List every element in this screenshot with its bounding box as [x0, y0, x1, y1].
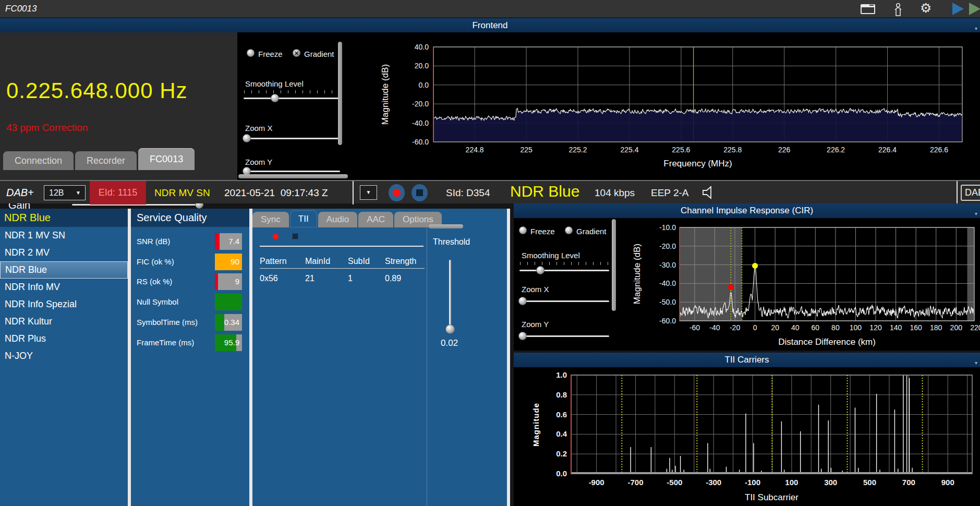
- table-row[interactable]: 0x562110.89: [260, 274, 427, 283]
- table-header-row: PatternMainIdSubIdStrength: [260, 257, 427, 266]
- spectrum-zoomx-thumb[interactable]: [243, 134, 251, 142]
- svg-text:160: 160: [910, 323, 922, 332]
- cir-header: Channel Impulse Response (CIR) ▾: [514, 203, 980, 218]
- threshold-scrollbar-handle[interactable]: [429, 224, 463, 228]
- audio-dropdown-button[interactable]: ▼: [360, 185, 377, 200]
- spectrum-smoothing-slider[interactable]: [244, 98, 340, 99]
- spectrum-gradient-radio[interactable]: [293, 49, 300, 57]
- svg-text:Distance Difference (km): Distance Difference (km): [778, 337, 876, 347]
- svg-text:120: 120: [869, 323, 882, 332]
- tii-active-indicator: [273, 234, 279, 239]
- tuner-panel: 0.225.648.000 Hz 43 ppm Correction Conne…: [0, 32, 237, 180]
- spectrum-chart[interactable]: 224.8225225.2225.4225.6225.8226226.2226.…: [350, 32, 980, 180]
- threshold-value: 0.02: [441, 338, 458, 348]
- channel-select[interactable]: 12B ▼: [44, 185, 86, 200]
- list-item[interactable]: NDR Info Spezial: [0, 296, 128, 313]
- window-icon[interactable]: [861, 4, 875, 14]
- tuner-tab-row: ConnectionRecorderFC0013: [3, 148, 196, 170]
- dab-badge-separator: [957, 181, 958, 204]
- svg-text:200: 200: [950, 323, 963, 332]
- quality-row: SNR (dB)7.4: [131, 233, 249, 250]
- threshold-slider-thumb[interactable]: [445, 324, 455, 334]
- quality-bar: [215, 294, 242, 310]
- play-green-icon[interactable]: [969, 3, 980, 15]
- list-item[interactable]: NDR Kultur: [0, 313, 128, 330]
- list-item[interactable]: NDR 1 MV SN: [0, 227, 128, 244]
- table-cell: 0x56: [260, 274, 305, 283]
- tab-aac[interactable]: AAC: [358, 212, 393, 227]
- tab-fc0013[interactable]: FC0013: [138, 148, 195, 170]
- svg-text:20.0: 20.0: [415, 62, 429, 70]
- threshold-divider: [427, 227, 427, 506]
- window-title: FC0013: [5, 4, 37, 14]
- quality-row: FrameTime (ms)95.9: [131, 334, 249, 351]
- controls-scrollbar-handle[interactable]: [238, 174, 348, 178]
- service-list: NDR 1 MV SNNDR 2 MVNDR BlueNDR Info MVND…: [0, 227, 128, 365]
- list-item[interactable]: NDR 2 MV: [0, 244, 128, 261]
- gear-icon[interactable]: ⚙: [920, 1, 931, 16]
- tab-tii[interactable]: TII: [290, 210, 317, 227]
- svg-text:-500: -500: [667, 478, 682, 487]
- cir-title: Channel Impulse Response (CIR): [681, 206, 813, 215]
- svg-text:40: 40: [791, 323, 800, 332]
- threshold-slider[interactable]: [449, 260, 451, 332]
- quality-bar: 9: [215, 273, 242, 290]
- tii-collision-indicator[interactable]: [292, 233, 298, 239]
- quality-value: 90: [231, 257, 239, 266]
- smoothing-ticks: [244, 90, 341, 93]
- info-icon[interactable]: [893, 3, 903, 18]
- cir-panel: Freeze Gradient Smoothing Level Zoom X Z…: [514, 218, 980, 351]
- table-header-underline: [260, 268, 425, 269]
- speaker-icon[interactable]: [701, 186, 716, 201]
- spectrum-zoomx-slider[interactable]: [244, 138, 340, 139]
- play-blue-icon[interactable]: [952, 3, 964, 15]
- svg-text:-40: -40: [709, 323, 720, 332]
- quality-value: 95.9: [224, 338, 239, 347]
- quality-bar: 95.9: [215, 334, 242, 351]
- column-header: MainId: [305, 257, 348, 266]
- svg-text:0.0: 0.0: [419, 81, 429, 89]
- quality-label: FIC (ok %): [137, 257, 174, 266]
- spectrum-freeze-radio[interactable]: [247, 49, 255, 57]
- list-item[interactable]: NDR Plus: [0, 330, 128, 347]
- svg-text:225.4: 225.4: [620, 146, 638, 154]
- svg-text:180: 180: [930, 323, 942, 332]
- cir-chart[interactable]: -60-40-20020406080100120140160180200220-…: [514, 218, 980, 351]
- stop-button[interactable]: [412, 184, 428, 201]
- svg-text:-40.0: -40.0: [659, 279, 676, 287]
- quality-label: SymbolTime (ms): [137, 318, 198, 327]
- tab-connection[interactable]: Connection: [3, 151, 74, 170]
- spectrum-splitter-handle[interactable]: [338, 42, 342, 145]
- svg-text:225.6: 225.6: [672, 146, 690, 154]
- tab-recorder[interactable]: Recorder: [75, 151, 137, 170]
- threshold-label: Threshold: [433, 237, 470, 247]
- svg-text:TII Subcarrier: TII Subcarrier: [745, 492, 798, 502]
- quality-bar: 7.4: [215, 233, 242, 250]
- spectrum-zoomy-slider[interactable]: [244, 171, 340, 172]
- quality-label: Null Symbol: [137, 297, 178, 306]
- svg-text:0.4: 0.4: [556, 429, 567, 438]
- svg-text:226.2: 226.2: [827, 146, 845, 154]
- svg-text:226: 226: [778, 146, 791, 154]
- panel-separator-3[interactable]: [507, 209, 510, 506]
- detail-panel: [252, 209, 507, 506]
- tab-sync[interactable]: Sync: [252, 212, 289, 227]
- record-button[interactable]: [389, 184, 405, 201]
- list-item[interactable]: N-JOY: [0, 347, 128, 365]
- list-item[interactable]: NDR Info MV: [0, 279, 128, 296]
- column-header: Pattern: [260, 257, 305, 266]
- service-list-header: NDR Blue: [0, 209, 128, 227]
- tab-audio[interactable]: Audio: [318, 212, 357, 227]
- quality-bar-fill: [215, 294, 242, 310]
- spectrum-controls: Freeze Gradient Smoothing Level Zoom X Z…: [237, 32, 350, 180]
- frontend-title: Frontend: [472, 20, 507, 30]
- svg-text:226.6: 226.6: [930, 146, 948, 154]
- spectrum-smoothing-thumb[interactable]: [271, 94, 279, 102]
- list-item[interactable]: NDR Blue: [0, 261, 128, 279]
- current-service-name: NDR Blue: [510, 183, 579, 200]
- dab-status-bar: DAB+ 12B ▼ EId: 1115 NDR MV SN 2021-05-2…: [0, 180, 980, 203]
- svg-text:Magnitude: Magnitude: [531, 403, 540, 447]
- svg-text:-900: -900: [589, 478, 604, 487]
- tii-carriers-chart[interactable]: -900-700-500-300-1001003005007009001.00.…: [514, 367, 980, 506]
- svg-text:225.8: 225.8: [723, 146, 742, 154]
